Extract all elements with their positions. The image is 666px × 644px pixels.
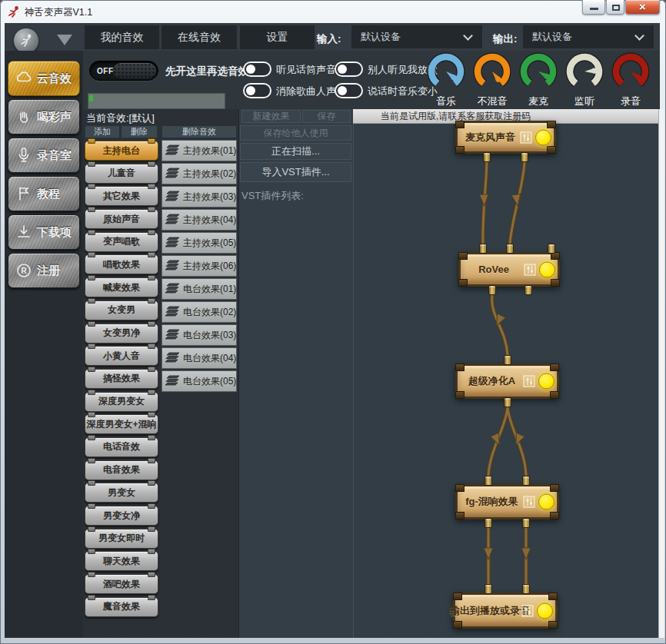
- toggle-别人听见我放歌[interactable]: [335, 61, 363, 77]
- toggle-消除歌曲人声[interactable]: [243, 83, 271, 98]
- mixer-icon[interactable]: [521, 605, 534, 617]
- category-魔音效果[interactable]: 魔音效果: [85, 597, 158, 617]
- preset-主持效果(06)[interactable]: 主持效果(06): [162, 255, 237, 277]
- sidebar-item-喝彩声[interactable]: 喝彩声: [8, 99, 80, 134]
- knob-不混音[interactable]: [471, 51, 513, 92]
- preset-电台效果(03)[interactable]: 电台效果(03): [162, 324, 237, 346]
- tab-my-effects[interactable]: 我的音效: [85, 25, 159, 49]
- knob-监听[interactable]: [564, 51, 605, 92]
- category-变声唱歌[interactable]: 变声唱歌: [85, 232, 158, 252]
- preset-主持效果(05)[interactable]: 主持效果(05): [162, 232, 237, 254]
- connector-plug[interactable]: [522, 476, 530, 486]
- category-其它效果[interactable]: 其它效果: [85, 186, 158, 206]
- sidebar-item-云音效[interactable]: 云音效: [8, 61, 80, 96]
- minimize-button[interactable]: [582, 0, 605, 15]
- tab-online-effects[interactable]: 在线音效: [162, 25, 237, 49]
- led-indicator: [538, 494, 554, 510]
- input-device-select[interactable]: 默认设备: [351, 25, 482, 48]
- category-男变女[interactable]: 男变女: [85, 483, 158, 503]
- category-女变男[interactable]: 女变男: [85, 300, 158, 320]
- category-女变男净[interactable]: 女变男净: [85, 324, 158, 344]
- connector-plug[interactable]: [485, 584, 492, 594]
- scanning-button[interactable]: 正在扫描...: [240, 143, 351, 160]
- mixer-icon[interactable]: [520, 131, 532, 144]
- books-icon: [165, 374, 181, 388]
- preset-主持效果(03)[interactable]: 主持效果(03): [162, 186, 237, 207]
- maximize-button[interactable]: [606, 0, 624, 15]
- node-corner: [547, 146, 556, 154]
- node-麦克风声音[interactable]: 麦克风声音: [455, 121, 556, 154]
- new-effect-button[interactable]: 新建效果: [241, 110, 301, 123]
- connector-plug[interactable]: [483, 152, 491, 162]
- category-唱歌效果[interactable]: 唱歌效果: [85, 254, 158, 274]
- master-switch[interactable]: OFF: [89, 61, 158, 81]
- node-fg-混响效果[interactable]: fg-混响效果: [455, 484, 559, 520]
- tab-settings[interactable]: 设置: [240, 25, 315, 49]
- category-男变女即时[interactable]: 男变女即时: [85, 529, 158, 549]
- save-button[interactable]: 保存: [302, 110, 351, 123]
- mixer-icon[interactable]: [524, 264, 536, 276]
- category-儿童音[interactable]: 儿童音: [85, 164, 158, 184]
- preset-电台效果(02)[interactable]: 电台效果(02): [162, 301, 237, 323]
- node-RoVee[interactable]: RoVee: [458, 252, 560, 287]
- category-男变女净[interactable]: 男变女净: [85, 506, 158, 526]
- connector-plug[interactable]: [504, 397, 511, 407]
- preset-电台效果(01)[interactable]: 电台效果(01): [162, 278, 237, 300]
- master-switch-hint: 先开这里再选音效: [165, 65, 248, 78]
- connector-plug[interactable]: [504, 355, 511, 365]
- mixer-icon[interactable]: [523, 375, 535, 387]
- connector-plug[interactable]: [485, 518, 492, 528]
- connector-plug[interactable]: [506, 244, 514, 254]
- logo-button[interactable]: [13, 28, 39, 54]
- connector-plug[interactable]: [522, 518, 530, 528]
- mixer-icon[interactable]: [523, 496, 535, 508]
- scrollbar[interactable]: [658, 109, 664, 638]
- toggle-听见话筒声音[interactable]: [243, 61, 271, 77]
- connector-plug[interactable]: [522, 584, 530, 594]
- import-vst-button[interactable]: 导入VST插件...: [240, 162, 351, 182]
- sidebar-item-教程[interactable]: 教程: [8, 176, 80, 211]
- category-搞怪效果[interactable]: 搞怪效果: [85, 369, 158, 389]
- category-原始声音[interactable]: 原始声音: [85, 209, 158, 229]
- category-小黄人音[interactable]: 小黄人音: [85, 346, 158, 366]
- preset-主持效果(02)[interactable]: 主持效果(02): [162, 163, 237, 184]
- knob-录音[interactable]: [610, 51, 651, 92]
- preset-主持效果(04)[interactable]: 主持效果(04): [162, 209, 237, 231]
- close-button[interactable]: ×: [625, 0, 660, 15]
- sidebar-item-注册[interactable]: R注册: [8, 253, 80, 288]
- connector-plug[interactable]: [479, 244, 487, 254]
- category-电话音效[interactable]: 电话音效: [85, 437, 158, 457]
- preset-label: 电台效果(02): [183, 306, 236, 319]
- save-share-button[interactable]: 保存给他人使用: [240, 125, 351, 141]
- connector-plug[interactable]: [485, 476, 492, 486]
- connector-plug[interactable]: [548, 244, 555, 254]
- category-酒吧效果[interactable]: 酒吧效果: [85, 574, 158, 594]
- app-window: 神舌变声器V1.1 × 当前是试用版,请联系客服获取注册码 我的音效 在线音效 …: [0, 0, 666, 644]
- category-深度男变女[interactable]: 深度男变女: [85, 392, 158, 412]
- output-device-select[interactable]: 默认设备: [523, 25, 654, 48]
- node-超级净化A[interactable]: 超级净化A: [455, 363, 559, 399]
- toggle-说话时音乐变小[interactable]: [335, 83, 363, 98]
- connector-plug[interactable]: [524, 285, 532, 295]
- category-电音效果[interactable]: 电音效果: [85, 460, 158, 480]
- node-输出到播放或录音[interactable]: 输出到播放或录音: [453, 593, 558, 629]
- preset-主持效果(01)[interactable]: 主持效果(01): [162, 140, 237, 161]
- sidebar-item-录音室[interactable]: 录音室: [8, 138, 80, 173]
- toggle-knob: [338, 65, 347, 74]
- knob-麦克[interactable]: [518, 51, 559, 92]
- sidebar-item-下载项[interactable]: 下载项: [8, 214, 80, 250]
- preset-电台效果(05)[interactable]: 电台效果(05): [162, 370, 237, 392]
- preset-电台效果(04)[interactable]: 电台效果(04): [162, 347, 237, 369]
- knob-音乐[interactable]: [425, 51, 467, 92]
- connector-plug[interactable]: [521, 152, 528, 162]
- knob-dial: [425, 51, 467, 92]
- add-button[interactable]: 添加: [85, 125, 120, 138]
- delete-effect-button[interactable]: 删除音效: [162, 125, 237, 138]
- category-喊麦效果[interactable]: 喊麦效果: [85, 277, 158, 297]
- category-聊天效果[interactable]: 聊天效果: [85, 551, 158, 571]
- category-深度男变女+混响[interactable]: 深度男变女+混响: [85, 414, 158, 434]
- connector-plug[interactable]: [488, 285, 496, 295]
- delete-button[interactable]: 删除: [121, 125, 158, 138]
- category-主持电台[interactable]: 主持电台: [85, 141, 158, 161]
- menu-dropdown-icon[interactable]: [57, 35, 72, 45]
